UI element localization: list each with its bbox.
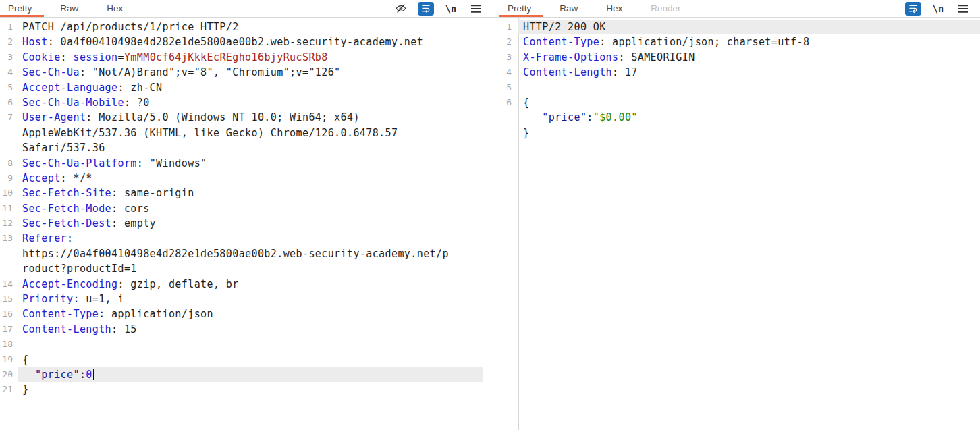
code-line[interactable]: Safari/537.36 <box>0 140 483 155</box>
code-line[interactable]: } <box>493 126 980 140</box>
line-text: Sec-Fetch-Dest: empty <box>18 216 483 231</box>
line-number <box>493 126 518 140</box>
line-text: Sec-Fetch-Mode: cors <box>18 201 483 216</box>
code-line[interactable]: 4Sec-Ch-Ua: "Not/A)Brand";v="8", "Chromi… <box>0 65 483 80</box>
word-wrap-icon[interactable] <box>905 2 921 16</box>
code-line[interactable]: 1PATCH /api/products/1/price HTTP/2 <box>0 20 483 34</box>
code-line[interactable]: https://0a4f00410498e4d282e1de5800ae00b2… <box>0 246 483 261</box>
line-text: Content-Type: application/json <box>18 306 483 321</box>
code-line[interactable]: 2Content-Type: application/json; charset… <box>493 34 980 49</box>
line-text: Content-Length: 17 <box>518 65 980 80</box>
newline-glyph: \n <box>933 3 944 14</box>
line-number: 18 <box>0 337 18 352</box>
code-line[interactable]: AppleWebKit/537.36 (KHTML, like Gecko) C… <box>0 126 483 140</box>
code-line[interactable]: 17Content-Length: 15 <box>0 322 483 337</box>
line-text: HTTP/2 200 OK <box>518 20 980 34</box>
line-text: Accept-Language: zh-CN <box>18 80 483 95</box>
code-line[interactable]: 1HTTP/2 200 OK <box>493 20 980 34</box>
line-text: Cookie: session=YmMM0cf64jKkkEcREgho16bj… <box>18 50 483 65</box>
line-text: Sec-Ch-Ua: "Not/A)Brand";v="8", "Chromiu… <box>18 65 483 80</box>
tab-render[interactable]: Render <box>651 0 680 17</box>
line-number: 1 <box>0 20 18 34</box>
tab-pretty[interactable]: Pretty <box>8 0 32 17</box>
line-text: Sec-Ch-Ua-Platform: "Windows" <box>18 156 483 171</box>
tab-hex[interactable]: Hex <box>606 0 622 17</box>
menu-icon[interactable] <box>468 2 484 16</box>
code-line[interactable]: 7User-Agent: Mozilla/5.0 (Windows NT 10.… <box>0 110 483 125</box>
line-text: Referer: <box>18 231 483 246</box>
line-number: 5 <box>493 80 518 95</box>
line-text: Safari/537.36 <box>18 140 483 155</box>
tab-raw[interactable]: Raw <box>60 0 78 17</box>
request-toolbar: \n <box>393 2 493 16</box>
line-text <box>518 80 980 95</box>
code-line[interactable]: 15Priority: u=1, i <box>0 292 483 306</box>
code-line[interactable]: 14Accept-Encoding: gzip, deflate, br <box>0 277 483 292</box>
line-text: Sec-Ch-Ua-Mobile: ?0 <box>18 95 483 110</box>
line-text: roduct?productId=1 <box>18 261 483 276</box>
code-line[interactable]: 11Sec-Fetch-Mode: cors <box>0 201 483 216</box>
newline-icon[interactable]: \n <box>443 2 459 16</box>
line-text: } <box>518 126 980 140</box>
code-line[interactable]: 18 <box>0 337 483 352</box>
line-text: Content-Type: application/json; charset=… <box>518 34 980 49</box>
line-number: 13 <box>0 231 18 246</box>
line-number: 8 <box>0 156 18 171</box>
line-text: Content-Length: 15 <box>18 322 483 337</box>
code-line[interactable]: 9Accept: */* <box>0 171 483 186</box>
line-text: { <box>18 352 483 367</box>
tab-pretty[interactable]: Pretty <box>508 0 531 17</box>
line-text: "price":0 <box>18 367 483 382</box>
code-line[interactable]: 4Content-Length: 17 <box>493 65 980 80</box>
line-text: "price":"$0.00" <box>518 110 980 125</box>
line-number: 14 <box>0 277 18 292</box>
word-wrap-icon[interactable] <box>418 2 434 16</box>
line-number: 6 <box>0 95 18 110</box>
code-line[interactable]: 5Accept-Language: zh-CN <box>0 80 483 95</box>
eye-off-icon[interactable] <box>393 2 409 16</box>
response-editor[interactable]: 1HTTP/2 200 OK2Content-Type: application… <box>493 18 980 430</box>
response-toolbar: \n <box>905 2 980 16</box>
code-line[interactable]: 13Referer: <box>0 231 483 246</box>
code-line[interactable]: 2Host: 0a4f00410498e4d282e1de5800ae00b2.… <box>0 34 483 49</box>
menu-icon[interactable] <box>955 2 971 16</box>
code-line[interactable]: 3X-Frame-Options: SAMEORIGIN <box>493 50 980 65</box>
code-line[interactable]: 3Cookie: session=YmMM0cf64jKkkEcREgho16b… <box>0 50 483 65</box>
code-line[interactable]: 5 <box>493 80 980 95</box>
code-line[interactable]: 8Sec-Ch-Ua-Platform: "Windows" <box>0 156 483 171</box>
line-number: 21 <box>0 382 18 397</box>
code-line[interactable]: 6Sec-Ch-Ua-Mobile: ?0 <box>0 95 483 110</box>
line-number <box>0 126 18 140</box>
request-editor[interactable]: 1PATCH /api/products/1/price HTTP/22Host… <box>0 18 493 430</box>
code-line[interactable]: 10Sec-Fetch-Site: same-origin <box>0 186 483 200</box>
code-line[interactable]: 6{ <box>493 95 980 110</box>
text-cursor <box>93 369 94 380</box>
code-line[interactable]: 12Sec-Fetch-Dest: empty <box>0 216 483 231</box>
line-number: 20 <box>0 367 18 382</box>
line-text: AppleWebKit/537.36 (KHTML, like Gecko) C… <box>18 126 483 140</box>
tab-raw[interactable]: Raw <box>560 0 578 17</box>
line-text: Accept: */* <box>18 171 483 186</box>
tab-hex[interactable]: Hex <box>107 0 123 17</box>
line-number <box>0 246 18 261</box>
response-code: 1HTTP/2 200 OK2Content-Type: application… <box>493 20 980 140</box>
line-text: Priority: u=1, i <box>18 292 483 306</box>
line-number <box>493 110 518 125</box>
request-tabs: PrettyRawHex <box>0 0 151 17</box>
newline-icon[interactable]: \n <box>930 2 946 16</box>
line-text: { <box>518 95 980 110</box>
code-line[interactable]: 21} <box>0 382 483 397</box>
line-number: 1 <box>493 20 518 34</box>
request-tabbar: PrettyRawHex \n <box>0 0 493 18</box>
line-number: 17 <box>0 322 18 337</box>
code-line[interactable]: 20 "price":0 <box>0 367 483 382</box>
line-number <box>0 261 18 276</box>
code-line[interactable]: "price":"$0.00" <box>493 110 980 125</box>
line-number: 7 <box>0 110 18 125</box>
line-number <box>0 140 18 155</box>
code-line[interactable]: roduct?productId=1 <box>0 261 483 276</box>
code-line[interactable]: 16Content-Type: application/json <box>0 306 483 321</box>
line-number: 2 <box>493 34 518 49</box>
code-line[interactable]: 19{ <box>0 352 483 367</box>
line-text: https://0a4f00410498e4d282e1de5800ae00b2… <box>18 246 483 261</box>
